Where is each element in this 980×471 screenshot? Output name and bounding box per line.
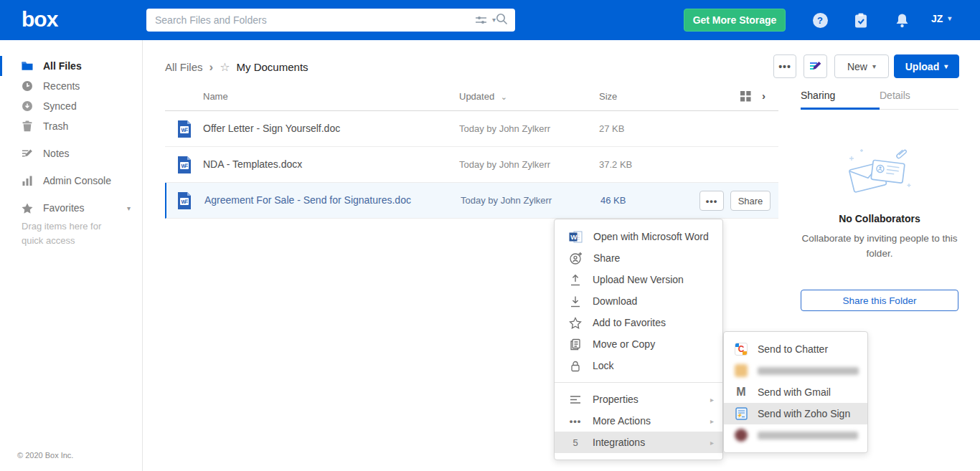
menu-item-add-to-favorites[interactable]: Add to Favorites (555, 312, 722, 333)
sidebar-item-trash[interactable]: Trash (0, 116, 142, 136)
upload-button[interactable]: Upload ▾ (894, 54, 959, 78)
tab-sharing[interactable]: Sharing (801, 90, 835, 101)
submenu-item-send-with-zoho-sign[interactable]: Send with Zoho Sign (724, 403, 867, 424)
copyright-text: © 2020 Box Inc. (17, 451, 73, 460)
search-filter-icon[interactable]: ▾ (475, 15, 496, 25)
menu-item-label: Upload New Version (593, 274, 684, 285)
menu-item-upload-new-version[interactable]: Upload New Version (555, 269, 722, 290)
help-button[interactable]: ? (812, 12, 828, 28)
menu-item-label: Add to Favorites (593, 317, 666, 328)
table-row-selected[interactable]: W Agreement For Sale - Send for Signatur… (165, 183, 778, 219)
get-more-storage-button[interactable]: Get More Storage (684, 9, 786, 32)
file-name[interactable]: NDA - Templates.docx (203, 158, 302, 170)
submenu-item-send-to-chatter[interactable]: C Send to Chatter (724, 338, 867, 360)
file-updated: Today by John Zylkerr (461, 195, 552, 206)
sidebar-item-synced[interactable]: Synced (0, 96, 142, 116)
menu-item-label: Move or Copy (593, 338, 655, 350)
clock-icon (22, 80, 33, 92)
microsoft-word-icon: W (569, 231, 583, 243)
active-tab-indicator (801, 108, 880, 110)
row-more-options-button[interactable]: ••• (699, 191, 724, 211)
svg-text:W: W (182, 199, 187, 205)
submenu-arrow-icon: ▸ (710, 417, 714, 425)
grid-view-icon[interactable] (740, 91, 751, 104)
sidebar-item-label: Notes (43, 148, 70, 159)
table-row[interactable]: W NDA - Templates.docx Today by John Zyl… (165, 147, 778, 183)
file-size: 46 KB (600, 195, 626, 206)
menu-item-move-or-copy[interactable]: Move or Copy (555, 333, 722, 355)
share-this-folder-button[interactable]: Share this Folder (801, 290, 958, 311)
user-menu[interactable]: JZ ▾ (931, 13, 951, 24)
menu-item-label: Open with Microsoft Word (593, 231, 709, 242)
file-updated: Today by John Zylkerr (459, 159, 550, 170)
menu-item-more-actions[interactable]: ••• More Actions ▸ (555, 410, 722, 432)
column-updated[interactable]: Updated ⌄ (459, 91, 507, 102)
sidebar-item-all-files[interactable]: All Files (0, 56, 142, 76)
row-share-button[interactable]: Share (730, 191, 771, 211)
chatter-icon: C (734, 343, 748, 356)
svg-text:W: W (182, 163, 187, 169)
favorites-collapse-caret-icon[interactable]: ▾ (127, 204, 142, 212)
search-input[interactable] (146, 14, 475, 26)
caret-down-icon: ▾ (944, 63, 948, 70)
menu-item-download[interactable]: Download (555, 290, 722, 312)
tasks-button[interactable] (853, 12, 869, 28)
integrations-submenu: C Send to Chatter M Send with Gmail Send… (723, 331, 868, 453)
sidebar: All Files Recents Synced Trash (0, 40, 143, 471)
menu-item-properties[interactable]: Properties ▸ (555, 389, 722, 410)
word-file-icon: W (176, 156, 192, 177)
menu-item-open-with-word[interactable]: W Open with Microsoft Word (555, 226, 722, 247)
column-updated-label: Updated (459, 91, 494, 102)
new-button[interactable]: New ▾ (834, 54, 889, 78)
search-bar[interactable]: ▾ (146, 9, 515, 32)
submenu-item-label: Send with Gmail (758, 386, 831, 398)
sidebar-item-recents[interactable]: Recents (0, 76, 142, 96)
submenu-item-send-with-gmail[interactable]: M Send with Gmail (724, 381, 867, 403)
redacted-app-icon (734, 364, 748, 377)
column-name[interactable]: Name (203, 91, 228, 102)
file-size: 37.2 KB (599, 159, 632, 170)
caret-down-icon: ▾ (872, 63, 876, 70)
redacted-label (758, 367, 859, 375)
menu-item-integrations[interactable]: 5 Integrations ▸ (555, 432, 722, 453)
menu-item-label: Lock (593, 360, 614, 371)
sidebar-item-label: Recents (43, 80, 80, 92)
file-size: 27 KB (599, 123, 624, 134)
sidebar-item-label: All Files (43, 60, 82, 72)
search-icon[interactable] (496, 13, 508, 28)
folder-more-options-button[interactable]: ••• (773, 54, 796, 78)
breadcrumb-all-files[interactable]: All Files (165, 61, 203, 73)
user-initials: JZ (931, 13, 943, 24)
table-row[interactable]: W Offer Letter - Sign Yourself.doc Today… (165, 111, 778, 147)
file-name[interactable]: Agreement For Sale - Send for Signatures… (204, 194, 411, 206)
menu-separator (555, 382, 722, 383)
no-collaborators-illustration (847, 148, 913, 201)
sidebar-item-admin-console[interactable]: Admin Console (0, 171, 142, 191)
menu-item-lock[interactable]: Lock (555, 355, 722, 376)
new-note-button[interactable] (804, 54, 827, 78)
sliders-icon (475, 15, 487, 25)
sidebar-item-notes[interactable]: Notes (0, 143, 142, 163)
notifications-button[interactable] (894, 12, 910, 28)
tab-details[interactable]: Details (880, 90, 910, 101)
collapse-panel-chevron-icon[interactable]: › (762, 90, 765, 102)
menu-item-share[interactable]: Share (555, 247, 722, 269)
gmail-icon: M (734, 386, 748, 399)
favorite-star-icon[interactable]: ☆ (220, 60, 230, 74)
file-updated: Today by John Zylkerr (459, 123, 550, 134)
file-name[interactable]: Offer Letter - Sign Yourself.doc (203, 123, 340, 134)
bell-icon (895, 13, 909, 28)
sidebar-item-favorites[interactable]: Favorites ▾ (0, 198, 142, 218)
caret-down-icon: ▾ (948, 15, 951, 22)
box-logo[interactable]: box (22, 7, 57, 32)
star-outline-icon (569, 317, 582, 329)
zoho-sign-icon (734, 407, 748, 420)
submenu-item-redacted-1[interactable] (724, 360, 867, 381)
column-size[interactable]: Size (599, 91, 617, 102)
menu-item-label: Integrations (593, 437, 645, 448)
sidebar-item-label: Synced (43, 100, 77, 112)
menu-item-label: Share (593, 252, 620, 264)
favorites-drag-hint: Drag items here for quick access (0, 218, 142, 248)
submenu-item-redacted-2[interactable] (724, 424, 867, 446)
submenu-arrow-icon: ▸ (710, 439, 714, 447)
